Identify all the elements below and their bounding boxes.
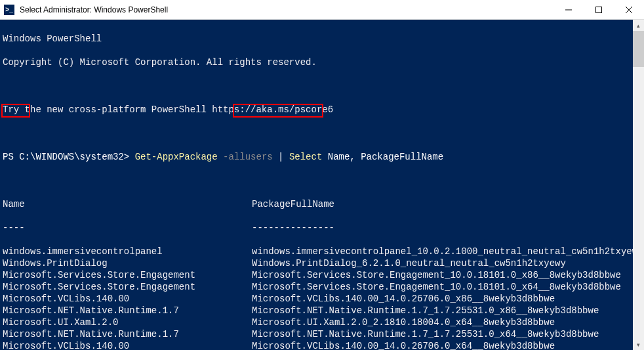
console-output[interactable]: Windows PowerShell Copyright (C) Microso… (0, 20, 633, 350)
package-full-name: windows.immersivecontrolpanel_10.0.2.100… (252, 246, 633, 257)
package-name: Microsoft.NET.Native.Runtime.1.7 (3, 305, 252, 317)
package-name: Microsoft.VCLibs.140.00 (3, 293, 252, 305)
minimize-button[interactable] (553, 0, 584, 20)
table-row: Microsoft.NET.Native.Runtime.1.7Microsof… (3, 328, 630, 340)
maximize-button[interactable] (584, 0, 614, 20)
package-name: Microsoft.Services.Store.Engagement (3, 281, 252, 293)
scroll-down-button[interactable]: ▾ (633, 339, 644, 350)
package-name: Microsoft.VCLibs.140.00 (3, 340, 252, 350)
banner-line: Copyright (C) Microsoft Corporation. All… (3, 56, 630, 68)
titlebar[interactable]: >_ Select Administrator: Windows PowerSh… (0, 0, 644, 20)
window-controls (553, 0, 644, 20)
close-button[interactable] (614, 0, 644, 20)
table-row: windows.immersivecontrolpanelwindows.imm… (3, 246, 630, 257)
package-full-name: Microsoft.VCLibs.140.00_14.0.26706.0_x64… (252, 340, 630, 350)
table-row: Microsoft.Services.Store.EngagementMicro… (3, 281, 630, 293)
vertical-scrollbar[interactable]: ▴ ▾ (633, 20, 644, 350)
package-name: Microsoft.Services.Store.Engagement (3, 269, 252, 281)
scroll-up-button[interactable]: ▴ (633, 20, 644, 31)
package-full-name: Windows.PrintDialog_6.2.1.0_neutral_neut… (252, 257, 630, 269)
package-full-name: Microsoft.Services.Store.Engagement_10.0… (252, 281, 630, 293)
powershell-icon: >_ (4, 5, 14, 15)
banner-hint: Try the new cross-platform PowerShell ht… (3, 104, 630, 116)
table-row: Microsoft.UI.Xaml.2.0Microsoft.UI.Xaml.2… (3, 317, 630, 328)
package-full-name: Microsoft.VCLibs.140.00_14.0.26706.0_x86… (252, 293, 630, 305)
scroll-thumb[interactable] (633, 31, 644, 67)
package-name: windows.immersivecontrolpanel (3, 246, 252, 257)
table-row: Microsoft.Services.Store.EngagementMicro… (3, 269, 630, 281)
table-row: Microsoft.VCLibs.140.00Microsoft.VCLibs.… (3, 340, 630, 350)
package-name: Windows.PrintDialog (3, 257, 252, 269)
column-headers: NamePackageFullName (3, 198, 630, 210)
svg-rect-1 (596, 7, 602, 13)
column-dividers: ------------------- (3, 222, 630, 234)
package-full-name: Microsoft.NET.Native.Runtime.1.7_1.7.255… (252, 328, 630, 340)
prompt-line: PS C:\WINDOWS\system32> Get-AppxPackage … (3, 151, 630, 163)
package-name: Microsoft.NET.Native.Runtime.1.7 (3, 328, 252, 340)
console-area: Windows PowerShell Copyright (C) Microso… (0, 20, 644, 350)
package-full-name: Microsoft.Services.Store.Engagement_10.0… (252, 269, 630, 281)
table-row: Microsoft.VCLibs.140.00Microsoft.VCLibs.… (3, 293, 630, 305)
table-row: Windows.PrintDialogWindows.PrintDialog_6… (3, 257, 630, 269)
window-title: Select Administrator: Windows PowerShell (20, 5, 168, 14)
table-row: Microsoft.NET.Native.Runtime.1.7Microsof… (3, 305, 630, 317)
package-full-name: Microsoft.NET.Native.Runtime.1.7_1.7.255… (252, 305, 630, 317)
package-name: Microsoft.UI.Xaml.2.0 (3, 317, 252, 328)
package-full-name: Microsoft.UI.Xaml.2.0_2.1810.18004.0_x64… (252, 317, 630, 328)
banner-line: Windows PowerShell (3, 33, 630, 45)
